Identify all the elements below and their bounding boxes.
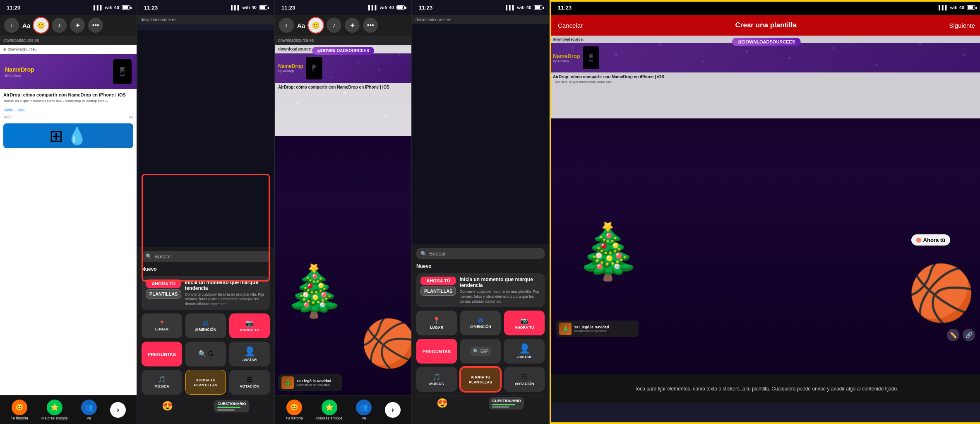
text-size-3[interactable]: Aa <box>297 22 305 29</box>
sticker-lugar-2[interactable]: 📍 LUGAR <box>142 313 182 338</box>
sparkle-button[interactable]: ✦ <box>70 18 85 33</box>
status-icons-3: ▌▌▌ wifi 40 <box>368 5 405 10</box>
mencion-icon-2: @ <box>203 320 209 327</box>
search-bar-4[interactable]: 🔍 Buscar <box>416 248 545 259</box>
banner-title-2: Inicia un momento que marque tendencia <box>185 279 266 291</box>
url-bar-1[interactable]: downloadsource.es <box>0 36 137 45</box>
gif-icon-2: 🔍 G <box>198 350 214 358</box>
panel-1: 11:20 ▌▌▌ wifi 40 ‹ Aa 🙂 ♪ ✦ ••• downloa… <box>0 0 137 424</box>
tab-label-h3: Tu historia <box>286 416 303 420</box>
edit-icon-sticker[interactable]: 🔗 <box>963 329 975 341</box>
sticker-ahora-2[interactable]: 📷 AHORA TÚ <box>229 313 270 338</box>
tab-amigos-1[interactable]: ⭐ Mejores amigos <box>41 400 68 420</box>
text-size-button[interactable]: Aa <box>22 22 30 29</box>
badge-plantillas-2[interactable]: PLANTILLAS <box>146 289 181 299</box>
banner-title-4: Inicia un momento que marque tendencia <box>459 277 540 288</box>
music-button[interactable]: ♪ <box>52 18 67 33</box>
badge-plantillas-4[interactable]: PLANTILLAS <box>420 287 456 296</box>
emoji-button[interactable]: 🙂 <box>34 18 48 33</box>
music-thumb-3: 🎄 <box>281 376 294 389</box>
badge-ahora-tu-2[interactable]: AHORA TÚ <box>146 279 181 288</box>
carousel-emoji-4[interactable]: 😍 <box>437 398 448 409</box>
sticker-avatar-4[interactable]: 👤 AVATAR <box>504 339 545 364</box>
cuestionario-label-2: CUESTIONARIO <box>217 402 246 406</box>
mencion-icon-4: @ <box>478 317 483 324</box>
hero-phone-1: 📱 <box>113 59 132 84</box>
topbar-5: Cancelar Crear una plantilla Siguiente <box>550 15 980 36</box>
url-bar-3[interactable]: downloadsource.es <box>275 36 411 45</box>
sticker-label-pltl2-2: PLANTILLAS <box>194 383 217 387</box>
battery-icon-5 <box>967 5 975 10</box>
banner-desc-2: Convierte cualquier historia en una plan… <box>185 292 266 307</box>
label-pltl-4: AHORA TÚ <box>471 375 490 379</box>
sticker-musica-2[interactable]: 🎵 MÚSICA <box>142 370 182 395</box>
hero-ph-p5: 📱 <box>583 46 599 69</box>
panel-4: 11:23 ▌▌▌ wifi 40 downloadsource.es 🔍 Bu… <box>412 0 549 424</box>
sticker-musica-4[interactable]: 🎵 MÚSICA <box>416 367 457 392</box>
tab-amigos-3[interactable]: ⭐ Mejores amigos <box>316 400 343 420</box>
article-text-p5: Tutorial en el que mostramos como acti..… <box>553 80 980 84</box>
new-banner-4: AHORA TÚ PLANTILLAS Inicia un momento qu… <box>416 273 545 307</box>
avatar-icon-2: 👤 <box>244 346 255 357</box>
emoji-button-3[interactable]: 🙂 <box>308 18 323 33</box>
sticker-votacion-2[interactable]: ☰ VOTACIÓN <box>229 370 270 395</box>
search-icon-4: 🔍 <box>420 251 427 257</box>
label-musica-4: MÚSICA <box>429 382 444 386</box>
label-mencion-4: @MENCIÓN <box>470 325 491 329</box>
more-button-3[interactable]: ••• <box>363 18 378 33</box>
carousel-emoji-2[interactable]: 😍 <box>162 401 173 412</box>
ahora-dot-5 <box>916 238 921 243</box>
tab-historia-3[interactable]: 😊 Tu historia <box>286 400 303 420</box>
carousel-cuestionario-4[interactable]: CUESTIONARIO <box>489 397 524 410</box>
cancel-button-5[interactable]: Cancelar <box>558 22 583 29</box>
wifi-2: wifi <box>242 5 250 10</box>
sticker-ahora-4[interactable]: 📷 AHORA TÚ <box>504 311 545 335</box>
next-button-5[interactable]: Siguiente <box>949 22 975 29</box>
back-button[interactable]: ‹ <box>4 18 19 33</box>
badge-ahora-tu-4[interactable]: AHORA TÚ <box>420 277 456 285</box>
music-button-3[interactable]: ♪ <box>327 18 341 33</box>
sticker-mencion-4[interactable]: @ @MENCIÓN <box>460 311 501 335</box>
tab-next-1[interactable]: › <box>110 402 126 418</box>
banner-desc-4: Convierte cualquier historia en una plan… <box>459 289 540 304</box>
tab-pe-3[interactable]: 👥 Pe <box>356 400 372 420</box>
sticker-preguntas-4[interactable]: PREGUNTAS <box>416 339 457 364</box>
back-button-3[interactable]: ‹ <box>279 18 294 33</box>
sticker-label-votacion-2: VOTACIÓN <box>240 384 259 388</box>
banner-text-2: Inicia un momento que marque tendencia C… <box>185 279 266 307</box>
panel-5: 11:23 ▌▌▌ wifi 40 Cancelar Crear una pla… <box>550 0 980 424</box>
sticker-plantillas-4[interactable]: AHORA TÚ PLANTILLAS <box>460 367 501 392</box>
ahora-tu-badge-5[interactable]: Ahora tú <box>911 234 950 246</box>
music-card-5: 🎄 Ya Llegó la Navidad Villancicos de Nav… <box>556 320 639 337</box>
sticker-votacion-4[interactable]: ☰ VOTACIÓN <box>504 367 545 392</box>
sticker-gif-2[interactable]: 🔍 G <box>185 342 226 366</box>
url-bar-2[interactable]: downloadsource.es <box>137 15 274 24</box>
search-icon-2: 🔍 <box>146 253 152 259</box>
gif-search-4[interactable]: 🔍 GIF <box>470 347 491 356</box>
tab-pe-1[interactable]: 👥 Pe <box>81 400 97 420</box>
cuestionario-bar2 <box>217 409 234 411</box>
panel-3: 11:23 ▌▌▌ wifi 40 ‹ Aa 🙂 ♪ ✦ ••• downloa… <box>275 0 411 424</box>
tab-historia-1[interactable]: 😊 Tu historia <box>11 400 28 420</box>
time-4: 11:23 <box>419 5 432 11</box>
battery-icon-3 <box>396 5 405 10</box>
sticker-plantillas-2[interactable]: AHORA TÚ PLANTILLAS <box>185 370 226 395</box>
sticker-gif-4[interactable]: 🔍 GIF <box>460 339 501 364</box>
sticker-mencion-2[interactable]: @ @MENCIÓN <box>185 313 226 338</box>
sparkle-button-3[interactable]: ✦ <box>345 18 360 33</box>
carousel-cuestionario-2[interactable]: CUESTIONARIO <box>214 400 249 412</box>
status-bar-4: 11:23 ▌▌▌ wifi 40 <box>412 0 549 15</box>
edit-icon-pencil[interactable]: ✏️ <box>947 329 959 341</box>
wifi-3: wifi <box>380 5 387 10</box>
more-button[interactable]: ••• <box>88 18 103 33</box>
christmas-tree-3: 🎄 <box>283 262 345 320</box>
search-bar-2[interactable]: 🔍 Buscar <box>142 251 270 262</box>
sticker-grid-4: 📍 LUGAR @ @MENCIÓN 📷 AHORA TÚ PREGUNTAS … <box>416 311 545 392</box>
sticker-preguntas-2[interactable]: PREGUNTAS <box>142 342 182 366</box>
tab-next-3[interactable]: › <box>385 402 401 418</box>
label-avatar-4: AVATAR <box>517 355 532 359</box>
url-bar-4[interactable]: downloadsource.es <box>412 15 549 24</box>
sticker-lugar-4[interactable]: 📍 LUGAR <box>416 311 457 335</box>
sticker-avatar-2[interactable]: 👤 AVATAR <box>229 342 270 366</box>
site-hero-1: NameDrop By AirDrop 📱 <box>0 54 137 89</box>
